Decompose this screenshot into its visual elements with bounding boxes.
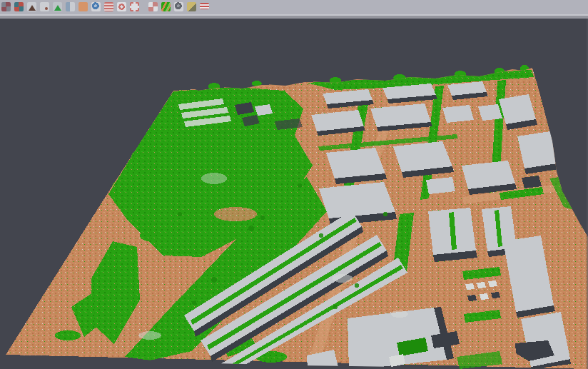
globe-icon[interactable] [91, 2, 101, 11]
classification-map-icon[interactable] [161, 2, 171, 11]
point-pick-icon[interactable] [40, 2, 49, 11]
red-flag-icon[interactable] [200, 3, 209, 9]
crop-brackets-icon[interactable] [130, 2, 139, 11]
application-window [0, 0, 588, 369]
viewport-3d[interactable] [0, 19, 588, 369]
terrain-dark-icon[interactable] [27, 2, 36, 11]
checker-overlay-icon[interactable] [148, 2, 158, 11]
nav-compass-icon[interactable] [14, 2, 24, 11]
layer-list-icon[interactable] [104, 2, 113, 11]
ortho-tile-icon[interactable] [78, 2, 88, 11]
terrain-green-icon[interactable] [53, 2, 62, 11]
side-panel-icon[interactable] [66, 2, 75, 11]
sphere-icon[interactable] [174, 2, 183, 11]
mosaic-view-icon[interactable] [1, 2, 11, 11]
scene-canvas [0, 19, 588, 369]
axis-swap-icon[interactable] [187, 2, 196, 11]
target-ring-icon[interactable] [117, 2, 126, 11]
toolbar [0, 0, 588, 14]
